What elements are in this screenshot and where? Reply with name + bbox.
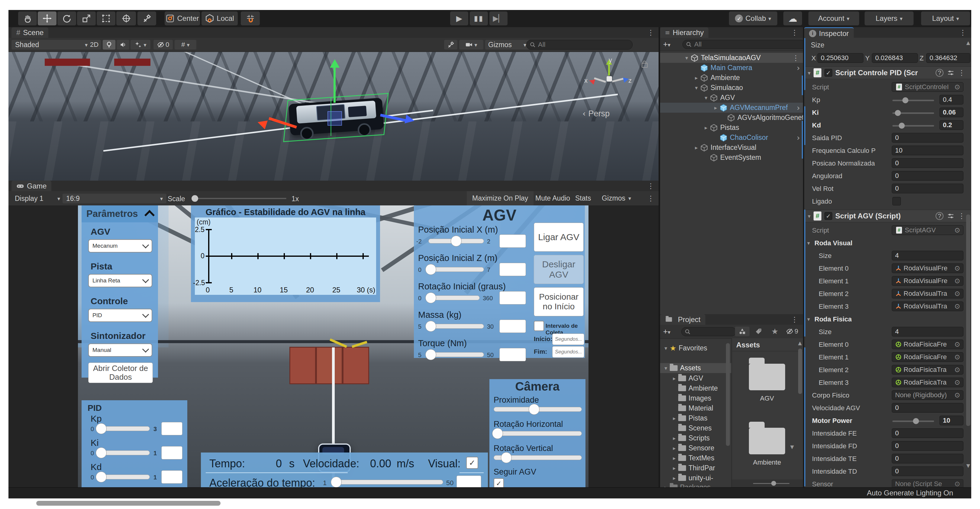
grid-scroll-up-icon[interactable]: ▲ bbox=[798, 340, 802, 346]
agv-type-dropdown[interactable]: Mecanum bbox=[88, 239, 152, 253]
hierarchy-item-main-camera[interactable]: Main Camera › bbox=[660, 63, 803, 73]
auto-generate-lighting-status[interactable]: Auto Generate Lighting On bbox=[867, 489, 953, 497]
game-gizmos-dropdown[interactable]: Gizmos▾ bbox=[598, 191, 635, 205]
foldout-icon[interactable]: ▸ bbox=[702, 124, 710, 131]
game-menu-kebab-icon[interactable]: ⋮ bbox=[647, 182, 654, 190]
kp-inspector-value[interactable]: 0.4 bbox=[940, 95, 963, 105]
massa-input[interactable] bbox=[500, 320, 526, 333]
posicao-normalizada-field[interactable]: 0 bbox=[892, 158, 963, 168]
project-item-pistas[interactable]: ▸ Pistas bbox=[660, 413, 731, 423]
aceleracao-slider[interactable] bbox=[331, 480, 443, 485]
rotacao-horizontal-slider[interactable] bbox=[494, 431, 582, 436]
intensidade-fd-field[interactable]: 0 bbox=[892, 441, 963, 451]
frequencia-field[interactable]: 10 bbox=[892, 146, 963, 155]
visual-checkbox[interactable] bbox=[466, 457, 478, 469]
component-kebab-icon[interactable]: ⋮ bbox=[958, 212, 965, 220]
massa-slider[interactable] bbox=[428, 324, 484, 329]
project-item-scenes[interactable]: Scenes bbox=[660, 423, 731, 433]
object-picker-icon[interactable]: ⊙ bbox=[955, 353, 960, 361]
intervalo-coleta-checkbox[interactable] bbox=[534, 321, 544, 331]
project-kebab-icon[interactable]: ⋮ bbox=[791, 315, 798, 324]
foldout-icon[interactable]: ▸ bbox=[692, 145, 700, 151]
project-item-packages[interactable]: ▸ Packages bbox=[660, 482, 731, 487]
page-scrollbar[interactable] bbox=[36, 501, 221, 506]
kp-inspector-slider[interactable] bbox=[892, 100, 934, 101]
hand-tool-icon[interactable] bbox=[18, 11, 37, 25]
cloud-icon[interactable]: ☁ bbox=[783, 11, 802, 25]
element-object-field[interactable]: RodaVisualFre⊙ bbox=[892, 263, 963, 273]
scene-effects-dropdown[interactable]: ▾ bbox=[130, 40, 150, 49]
element-object-field[interactable]: RodaFisicaTra⊙ bbox=[892, 365, 963, 375]
project-item-unityui[interactable]: ▸ unity-ui- bbox=[660, 473, 731, 483]
grid-zoom-handle[interactable] bbox=[771, 481, 776, 486]
proximidade-slider[interactable] bbox=[494, 407, 582, 412]
object-picker-icon[interactable]: ⊙ bbox=[955, 302, 960, 311]
project-search-input[interactable] bbox=[681, 327, 736, 336]
scene-menu-kebab-icon[interactable]: ⋮ bbox=[647, 29, 654, 37]
object-picker-icon[interactable]: ⊙ bbox=[955, 289, 960, 298]
scene-gizmos-dropdown[interactable]: Gizmos▾ bbox=[485, 40, 529, 49]
pos-z-input[interactable] bbox=[500, 263, 526, 276]
mute-audio-toggle[interactable]: Mute Audio bbox=[530, 191, 576, 205]
object-picker-icon[interactable]: ⊙ bbox=[955, 340, 960, 349]
object-picker-icon[interactable]: ⊙ bbox=[955, 378, 960, 387]
kp-input[interactable] bbox=[161, 422, 183, 435]
hierarchy-item-ambiente[interactable]: ▸ Ambiente bbox=[660, 73, 803, 83]
hierarchy-item-agv[interactable]: ▾ AGV bbox=[660, 93, 803, 103]
project-item-sensores[interactable]: ▸ Sensore bbox=[660, 443, 731, 453]
hierarchy-item-scene-root[interactable]: ▾ TelaSimulacaoAGV ⋮ bbox=[660, 53, 803, 63]
kd-inspector-value[interactable]: 0.2 bbox=[940, 120, 963, 130]
project-item-scripts[interactable]: ▸ Scripts bbox=[660, 433, 731, 443]
component-header-controle-pid[interactable]: ▾# ✓ Script Controle PID (Scr ? ⋮ bbox=[804, 67, 971, 79]
hierarchy-kebab-icon[interactable]: ⋮ bbox=[791, 29, 798, 37]
ki-inspector-slider[interactable] bbox=[892, 112, 934, 114]
hierarchy-item-simulacao[interactable]: ▾ Simulacao bbox=[660, 83, 803, 93]
element-object-field[interactable]: RodaVisualTra⊙ bbox=[892, 301, 963, 311]
rotacao-slider[interactable] bbox=[428, 296, 480, 300]
gizmo-y-arrow[interactable] bbox=[334, 67, 336, 103]
ligar-agv-button[interactable]: Ligar AGV bbox=[534, 223, 584, 251]
asset-folder-ambiente[interactable]: Ambiente bbox=[749, 428, 788, 466]
hierarchy-item-eventsystem[interactable]: EventSystem bbox=[660, 153, 803, 162]
roda-fisica-foldout[interactable]: Roda Fisica bbox=[815, 315, 852, 323]
chevron-right-icon[interactable]: › bbox=[797, 133, 800, 142]
kd-input[interactable] bbox=[161, 470, 183, 484]
project-grid-scrollbar[interactable] bbox=[798, 348, 802, 394]
ki-slider[interactable] bbox=[99, 450, 150, 455]
asset-bundle-icon[interactable] bbox=[735, 326, 749, 336]
project-item-favorites[interactable]: ▾ ★ Favorites bbox=[660, 343, 731, 353]
chevron-right-icon[interactable]: › bbox=[797, 64, 800, 73]
scene-orientation-gizmo[interactable]: y x z bbox=[590, 59, 629, 99]
pista-dropdown[interactable]: Linha Reta bbox=[88, 274, 152, 287]
toggle-2d-button[interactable]: 2D bbox=[88, 40, 101, 49]
object-picker-icon[interactable]: ⊙ bbox=[955, 365, 960, 374]
custom-tools-icon[interactable] bbox=[137, 11, 156, 25]
foldout-icon[interactable]: ▸ bbox=[712, 105, 720, 111]
project-tree-scrollbar[interactable] bbox=[726, 343, 730, 446]
presets-icon[interactable] bbox=[947, 69, 955, 76]
motor-power-slider[interactable] bbox=[892, 420, 934, 422]
roda-visual-size-field[interactable]: 4 bbox=[892, 251, 963, 260]
element-object-field[interactable]: RodaFisicaTra⊙ bbox=[892, 378, 963, 387]
component-header-script-agv[interactable]: ▾# ✓ Script AGV (Script) ? ⋮ bbox=[804, 210, 971, 222]
presets-icon[interactable] bbox=[947, 212, 955, 220]
scale-slider-handle[interactable] bbox=[191, 195, 198, 202]
layout-dropdown[interactable]: Layout▾ bbox=[921, 11, 970, 25]
pivot-toggle-button[interactable]: Center bbox=[165, 11, 200, 25]
inspector-scroll-up-icon[interactable]: ▲ bbox=[966, 40, 970, 46]
saida-pid-field[interactable]: 0 bbox=[892, 133, 963, 143]
projection-toggle[interactable]: ‹ Persp bbox=[582, 109, 609, 118]
project-item-images[interactable]: Images bbox=[660, 393, 731, 403]
project-item-ambiente[interactable]: Ambiente bbox=[660, 383, 731, 393]
layers-dropdown[interactable]: Layers▾ bbox=[865, 11, 913, 25]
size-x-field[interactable]: 0.250630 bbox=[818, 53, 863, 63]
step-button[interactable]: ▶▏ bbox=[489, 11, 508, 25]
snap-grid-button[interactable] bbox=[241, 11, 260, 25]
tab-hierarchy[interactable]: ≡ Hierarchy bbox=[660, 27, 708, 38]
tab-inspector[interactable]: i Inspector bbox=[804, 27, 854, 39]
foldout-icon[interactable]: ▾ bbox=[683, 55, 690, 61]
project-item-agv[interactable]: ▸ AGV bbox=[660, 373, 731, 383]
label-tag-icon[interactable] bbox=[751, 326, 766, 336]
project-item-textmesh[interactable]: ▸ TextMes bbox=[660, 453, 731, 463]
ligado-checkbox[interactable] bbox=[892, 197, 901, 205]
